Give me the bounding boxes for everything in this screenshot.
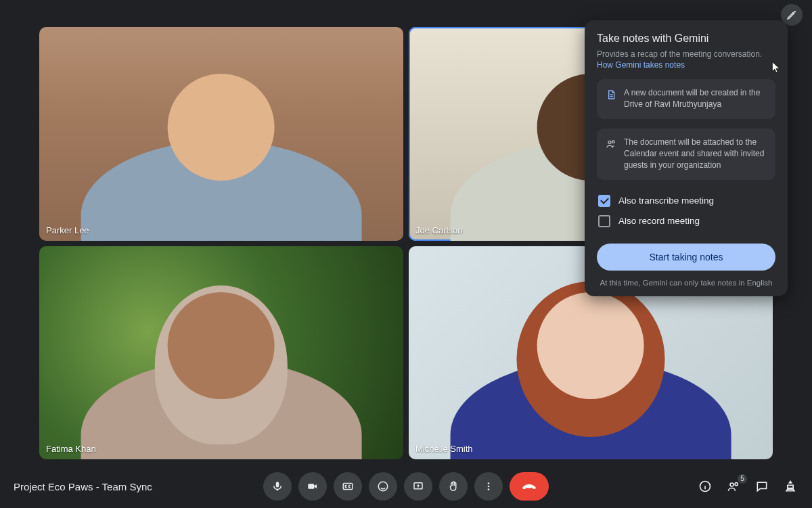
info-text: A new document will be created in the Dr…: [624, 88, 760, 109]
svg-point-9: [488, 488, 490, 490]
panel-disclaimer: At this time, Gemini can only take notes…: [597, 279, 775, 287]
call-controls: [263, 472, 549, 501]
svg-point-5: [378, 482, 388, 491]
hangup-button[interactable]: [510, 472, 549, 501]
participant-name: Joe Carlson: [415, 225, 462, 235]
raise-hand-button[interactable]: [439, 472, 468, 501]
participant-count-badge: 5: [738, 474, 747, 484]
document-icon: [605, 89, 617, 101]
checkbox-label: Also record meeting: [618, 216, 700, 226]
options-group: Also transcribe meeting Also record meet…: [598, 191, 774, 231]
checkbox-label: Also transcribe meeting: [618, 195, 714, 206]
participant-tile[interactable]: Parker Lee: [39, 27, 403, 241]
start-taking-notes-button[interactable]: Start taking notes: [597, 244, 775, 271]
svg-rect-4: [343, 484, 353, 490]
svg-point-0: [794, 11, 795, 12]
captions-button[interactable]: [334, 472, 362, 501]
svg-point-12: [735, 483, 738, 486]
participant-figure: [94, 59, 349, 240]
record-checkbox[interactable]: Also record meeting: [598, 211, 774, 231]
chat-button[interactable]: [754, 478, 770, 494]
gemini-notes-panel: Take notes with Gemini Provides a recap …: [585, 20, 788, 296]
info-card-calendar: The document will be attached to the Cal…: [597, 129, 775, 180]
participant-figure: [464, 278, 719, 459]
checkbox-icon: [598, 195, 610, 207]
people-button[interactable]: 5: [725, 478, 742, 494]
panel-title: Take notes with Gemini: [597, 32, 775, 45]
participant-name: Michelle Smith: [415, 444, 473, 454]
svg-point-1: [608, 141, 611, 143]
participant-name: Fatima Khan: [46, 444, 96, 454]
svg-point-7: [488, 482, 490, 484]
info-card-drive: A new document will be created in the Dr…: [597, 79, 775, 119]
activities-button[interactable]: [782, 478, 798, 494]
svg-rect-3: [308, 484, 314, 489]
svg-point-8: [488, 486, 490, 488]
reactions-button[interactable]: [369, 472, 397, 501]
svg-point-2: [612, 141, 614, 143]
transcribe-checkbox[interactable]: Also transcribe meeting: [598, 191, 774, 211]
checkbox-icon: [598, 215, 610, 227]
more-options-button[interactable]: [474, 472, 503, 501]
svg-point-11: [730, 483, 734, 486]
meet-app: Parker Lee Joe Carlson Fatima Khan Miche…: [0, 0, 812, 508]
people-icon: [605, 138, 617, 150]
meeting-details-button[interactable]: [697, 478, 713, 494]
participant-figure: [94, 278, 349, 459]
panel-subtitle: Provides a recap of the meeting conversa…: [597, 49, 775, 60]
how-gemini-link[interactable]: How Gemini takes notes: [597, 60, 775, 70]
camera-button[interactable]: [298, 472, 327, 501]
bottom-bar: Project Eco Paws - Team Sync: [0, 465, 812, 508]
mic-button[interactable]: [263, 472, 292, 501]
participant-name: Parker Lee: [46, 225, 89, 235]
meeting-title: Project Eco Paws - Team Sync: [14, 481, 152, 492]
right-controls: 5: [697, 478, 798, 494]
info-text: The document will be attached to the Cal…: [624, 137, 764, 170]
present-button[interactable]: [404, 472, 432, 501]
participant-tile[interactable]: Fatima Khan: [39, 246, 403, 460]
